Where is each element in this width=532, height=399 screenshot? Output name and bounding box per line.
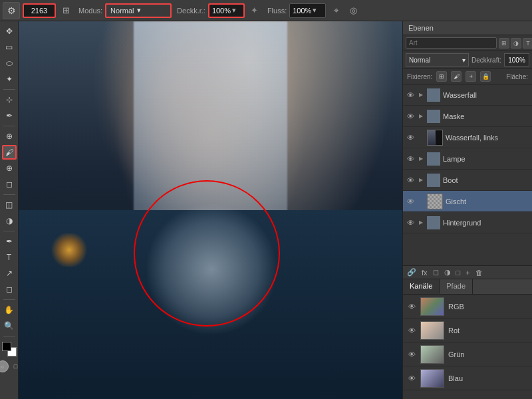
- layers-search-input[interactable]: [406, 37, 497, 49]
- channel-item-blau[interactable]: 👁 Blau: [403, 366, 532, 390]
- layer-delete-icon[interactable]: 🗑: [475, 269, 483, 277]
- layer-name-maske: Maske: [443, 112, 529, 120]
- channel-vis-rgb[interactable]: 👁: [407, 302, 416, 311]
- deckk-value[interactable]: 100% ▾: [208, 3, 245, 18]
- fix-lock-icon[interactable]: 🔒: [480, 71, 491, 82]
- layer-fx-icon[interactable]: fx: [422, 269, 428, 277]
- gradient-tool[interactable]: ◫: [2, 198, 17, 212]
- tool-divider-5: [3, 299, 15, 300]
- layer-thumb-boot: [427, 174, 440, 187]
- airbrush-icon[interactable]: ✦: [247, 3, 262, 18]
- dodge-tool[interactable]: ◑: [2, 213, 17, 228]
- tool-divider-3: [3, 194, 15, 195]
- layer-item-gischt[interactable]: 👁 Gischt: [403, 191, 532, 212]
- layers-list: 👁 ▶ Wasserfall 👁 ▶ Maske 👁: [403, 84, 532, 265]
- layer-link-icon[interactable]: 🔗: [407, 268, 416, 277]
- modus-dropdown[interactable]: Normal ▾: [105, 3, 172, 18]
- layers-search-icons: ⊞ ◑ T ◻ ⊙: [499, 38, 532, 49]
- layer-expand-hintergrund[interactable]: ▶: [418, 219, 424, 226]
- layer-item-wasserfall-links[interactable]: 👁 Wasserfall, links: [403, 127, 532, 148]
- layer-thumb-maske: [427, 110, 440, 123]
- layer-mask-icon[interactable]: ◻: [433, 268, 439, 277]
- flaeche-label: Fläche:: [506, 73, 528, 80]
- layer-filter-text-icon[interactable]: T: [523, 38, 532, 49]
- tool-divider-6: [3, 336, 15, 336]
- layer-vis-gischt[interactable]: 👁: [406, 197, 415, 206]
- channel-item-gruen[interactable]: 👁 Grün: [403, 342, 532, 366]
- color-swatches[interactable]: [2, 342, 17, 356]
- layer-adj-icon[interactable]: ◑: [444, 268, 451, 277]
- smoothing-icon[interactable]: ⌖: [329, 3, 343, 18]
- eyedropper-tool[interactable]: ✒: [2, 108, 17, 123]
- layer-thumb-lampe: [427, 152, 440, 166]
- layer-filter-adj-icon[interactable]: ◑: [511, 38, 521, 49]
- tool-divider-2: [3, 126, 15, 126]
- layer-item-boot[interactable]: 👁 ▶ Boot: [403, 170, 532, 191]
- layer-vis-lampe[interactable]: 👁: [406, 154, 415, 164]
- layer-name-hintergrund: Hintergrund: [443, 219, 529, 227]
- brush-size-box[interactable]: 2163: [23, 3, 56, 18]
- layer-expand-wasserfall[interactable]: ▶: [418, 92, 424, 98]
- path-select-tool[interactable]: ↗: [2, 266, 17, 281]
- tool-divider-4: [3, 231, 15, 231]
- red-circle-annotation: [134, 180, 280, 327]
- layer-item-lampe[interactable]: 👁 ▶ Lampe: [403, 148, 532, 170]
- move-tool[interactable]: ✥: [2, 24, 17, 39]
- left-toolbox: ✥ ▭ ⬭ ✦ ⊹ ✒ ⊕ 🖌 ⊕ ◻ ◫ ◑ ✒ T ↗ ◻ ✋ 🔍 ○ □: [0, 21, 19, 399]
- brush-tool[interactable]: 🖌: [2, 145, 17, 160]
- channel-item-rot[interactable]: 👁 Rot: [403, 319, 532, 342]
- channel-vis-rot[interactable]: 👁: [407, 326, 416, 335]
- extra-options-icon[interactable]: ◎: [346, 3, 360, 18]
- layer-vis-wasserfall[interactable]: 👁: [406, 90, 415, 100]
- boat-glow: [49, 233, 89, 267]
- healing-brush-tool[interactable]: ⊕: [2, 129, 17, 144]
- magic-wand-tool[interactable]: ✦: [2, 72, 17, 86]
- layer-new-icon[interactable]: +: [466, 269, 469, 277]
- brush-settings-icon[interactable]: ⊞: [59, 3, 73, 18]
- layer-group-icon[interactable]: □: [456, 269, 461, 277]
- layer-item-hintergrund[interactable]: 👁 ▶ Hintergrund: [403, 212, 532, 233]
- layer-expand-lampe[interactable]: ▶: [418, 156, 424, 162]
- type-tool[interactable]: T: [2, 250, 17, 265]
- foreground-color-swatch[interactable]: [2, 342, 11, 351]
- clone-stamp-tool[interactable]: ⊕: [2, 161, 17, 176]
- layers-panel: Ebenen ⊞ ◑ T ◻ ⊙ Normal ▾ Deckkraft:: [403, 21, 532, 279]
- layer-blend-mode-dropdown[interactable]: Normal ▾: [406, 53, 469, 66]
- layer-expand-boot[interactable]: ▶: [418, 177, 424, 184]
- shape-tool[interactable]: ◻: [2, 282, 17, 297]
- pen-tool[interactable]: ✒: [2, 234, 17, 249]
- tab-pfade[interactable]: Pfade: [440, 279, 473, 294]
- channel-vis-blau[interactable]: 👁: [407, 374, 416, 383]
- layer-expand-maske[interactable]: ▶: [418, 113, 424, 120]
- channel-item-rgb[interactable]: 👁 RGB: [403, 295, 532, 319]
- crop-tool[interactable]: ⊹: [2, 92, 17, 107]
- layer-vis-boot[interactable]: 👁: [406, 176, 415, 185]
- top-toolbar: ⚙ 2163 ⊞ Modus: Normal ▾ Deckk.r.: 100% …: [0, 0, 532, 21]
- layer-item-wasserfall[interactable]: 👁 ▶ Wasserfall: [403, 84, 532, 106]
- fluss-value[interactable]: 100% ▾: [289, 3, 326, 18]
- channel-thumb-rgb: [420, 297, 444, 316]
- main-layout: ✥ ▭ ⬭ ✦ ⊹ ✒ ⊕ 🖌 ⊕ ◻ ◫ ◑ ✒ T ↗ ◻ ✋ 🔍 ○ □: [0, 21, 532, 399]
- fix-checkerboard-icon[interactable]: ⊞: [436, 71, 447, 82]
- layer-vis-maske[interactable]: 👁: [406, 112, 415, 121]
- layer-name-boot: Boot: [443, 176, 529, 184]
- toolbar-options-btn[interactable]: ⚙: [3, 2, 20, 19]
- layer-expand-wasserfall-links: [418, 134, 424, 141]
- layer-filter-pixel-icon[interactable]: ⊞: [499, 38, 509, 49]
- layer-item-maske[interactable]: 👁 ▶ Maske: [403, 106, 532, 127]
- tab-kanale[interactable]: Kanäle: [403, 279, 440, 294]
- zoom-tool[interactable]: 🔍: [2, 319, 17, 333]
- tool-divider-1: [3, 89, 15, 90]
- hand-tool[interactable]: ✋: [2, 303, 17, 317]
- canvas-area[interactable]: [19, 21, 402, 399]
- fix-brush-icon[interactable]: 🖌: [451, 71, 462, 82]
- layer-vis-wasserfall-links[interactable]: 👁: [406, 133, 415, 142]
- select-rect-tool[interactable]: ▭: [2, 40, 17, 55]
- fix-move-icon[interactable]: +: [466, 71, 476, 82]
- opacity-value[interactable]: 100%: [504, 53, 529, 66]
- eraser-tool[interactable]: ◻: [2, 177, 17, 192]
- layer-vis-hintergrund[interactable]: 👁: [406, 218, 415, 227]
- lasso-tool[interactable]: ⬭: [2, 56, 17, 70]
- channel-vis-gruen[interactable]: 👁: [407, 350, 416, 359]
- quick-mask-btn[interactable]: ○: [0, 360, 9, 372]
